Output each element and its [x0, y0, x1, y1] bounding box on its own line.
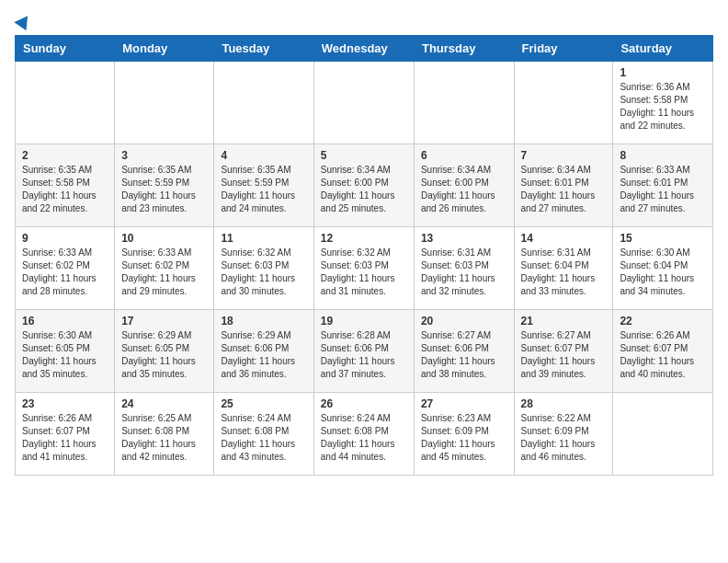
day-info: Sunrise: 6:36 AM Sunset: 5:58 PM Dayligh… [620, 81, 706, 132]
calendar-cell: 25Sunrise: 6:24 AM Sunset: 6:08 PM Dayli… [214, 393, 313, 476]
day-number: 11 [221, 232, 306, 245]
header-monday: Monday [115, 36, 214, 62]
calendar-cell: 4Sunrise: 6:35 AM Sunset: 5:59 PM Daylig… [214, 144, 313, 227]
header-thursday: Thursday [414, 36, 514, 62]
day-number: 3 [121, 149, 207, 162]
logo [15, 15, 31, 28]
calendar-cell: 26Sunrise: 6:24 AM Sunset: 6:08 PM Dayli… [313, 393, 414, 476]
day-info: Sunrise: 6:35 AM Sunset: 5:59 PM Dayligh… [121, 164, 207, 215]
header-saturday: Saturday [613, 36, 713, 62]
day-info: Sunrise: 6:34 AM Sunset: 6:00 PM Dayligh… [421, 164, 507, 215]
calendar-cell: 28Sunrise: 6:22 AM Sunset: 6:09 PM Dayli… [514, 393, 613, 476]
calendar-cell [115, 62, 214, 144]
calendar-cell: 15Sunrise: 6:30 AM Sunset: 6:04 PM Dayli… [613, 227, 713, 310]
day-info: Sunrise: 6:22 AM Sunset: 6:09 PM Dayligh… [521, 412, 607, 464]
calendar-cell: 22Sunrise: 6:26 AM Sunset: 6:07 PM Dayli… [613, 310, 713, 393]
calendar-cell: 11Sunrise: 6:32 AM Sunset: 6:03 PM Dayli… [214, 227, 313, 310]
calendar-cell [414, 62, 514, 144]
calendar-cell: 3Sunrise: 6:35 AM Sunset: 5:59 PM Daylig… [115, 144, 214, 227]
logo-triangle-icon [14, 12, 33, 31]
calendar-cell: 16Sunrise: 6:30 AM Sunset: 6:05 PM Dayli… [16, 310, 115, 393]
calendar-week-row: 23Sunrise: 6:26 AM Sunset: 6:07 PM Dayli… [16, 393, 713, 476]
day-number: 2 [22, 149, 108, 162]
day-info: Sunrise: 6:24 AM Sunset: 6:08 PM Dayligh… [221, 412, 306, 464]
day-number: 28 [521, 397, 607, 410]
day-info: Sunrise: 6:25 AM Sunset: 6:08 PM Dayligh… [121, 412, 207, 464]
day-info: Sunrise: 6:23 AM Sunset: 6:09 PM Dayligh… [421, 412, 507, 464]
day-number: 1 [620, 66, 706, 79]
day-number: 17 [121, 315, 207, 327]
calendar-cell: 19Sunrise: 6:28 AM Sunset: 6:06 PM Dayli… [313, 310, 414, 393]
day-number: 22 [620, 315, 706, 327]
calendar-cell: 20Sunrise: 6:27 AM Sunset: 6:06 PM Dayli… [414, 310, 514, 393]
header-tuesday: Tuesday [214, 36, 313, 62]
day-number: 19 [321, 315, 407, 327]
calendar-cell: 13Sunrise: 6:31 AM Sunset: 6:03 PM Dayli… [414, 227, 514, 310]
day-info: Sunrise: 6:34 AM Sunset: 6:01 PM Dayligh… [521, 164, 607, 215]
calendar-cell: 1Sunrise: 6:36 AM Sunset: 5:58 PM Daylig… [613, 62, 713, 144]
day-number: 25 [221, 397, 306, 410]
calendar-week-row: 9Sunrise: 6:33 AM Sunset: 6:02 PM Daylig… [16, 227, 713, 310]
calendar-cell: 8Sunrise: 6:33 AM Sunset: 6:01 PM Daylig… [613, 144, 713, 227]
day-number: 26 [321, 397, 407, 410]
day-number: 14 [521, 232, 607, 245]
calendar-cell: 10Sunrise: 6:33 AM Sunset: 6:02 PM Dayli… [115, 227, 214, 310]
calendar-week-row: 1Sunrise: 6:36 AM Sunset: 5:58 PM Daylig… [16, 62, 713, 144]
day-number: 15 [620, 232, 706, 245]
calendar-cell: 17Sunrise: 6:29 AM Sunset: 6:05 PM Dayli… [115, 310, 214, 393]
calendar-cell [613, 393, 713, 476]
day-number: 10 [121, 232, 207, 245]
day-info: Sunrise: 6:33 AM Sunset: 6:02 PM Dayligh… [22, 247, 108, 298]
calendar-cell: 7Sunrise: 6:34 AM Sunset: 6:01 PM Daylig… [514, 144, 613, 227]
day-info: Sunrise: 6:33 AM Sunset: 6:02 PM Dayligh… [121, 247, 207, 298]
calendar-cell: 6Sunrise: 6:34 AM Sunset: 6:00 PM Daylig… [414, 144, 514, 227]
calendar-table: Sunday Monday Tuesday Wednesday Thursday… [15, 35, 713, 476]
calendar-cell [16, 62, 115, 144]
day-info: Sunrise: 6:29 AM Sunset: 6:06 PM Dayligh… [221, 329, 306, 381]
day-info: Sunrise: 6:27 AM Sunset: 6:06 PM Dayligh… [421, 329, 507, 381]
day-number: 27 [421, 397, 507, 410]
day-number: 24 [121, 397, 207, 410]
day-number: 9 [22, 232, 108, 245]
day-number: 13 [421, 232, 507, 245]
day-info: Sunrise: 6:29 AM Sunset: 6:05 PM Dayligh… [121, 329, 207, 381]
day-info: Sunrise: 6:32 AM Sunset: 6:03 PM Dayligh… [321, 247, 407, 298]
day-info: Sunrise: 6:35 AM Sunset: 5:58 PM Dayligh… [22, 164, 108, 215]
weekday-header-row: Sunday Monday Tuesday Wednesday Thursday… [16, 36, 713, 62]
calendar-cell [313, 62, 414, 144]
day-number: 8 [620, 149, 706, 162]
day-info: Sunrise: 6:33 AM Sunset: 6:01 PM Dayligh… [620, 164, 706, 215]
calendar-cell: 23Sunrise: 6:26 AM Sunset: 6:07 PM Dayli… [16, 393, 115, 476]
calendar-cell: 2Sunrise: 6:35 AM Sunset: 5:58 PM Daylig… [16, 144, 115, 227]
calendar-cell: 9Sunrise: 6:33 AM Sunset: 6:02 PM Daylig… [16, 227, 115, 310]
day-number: 23 [22, 397, 108, 410]
day-info: Sunrise: 6:31 AM Sunset: 6:03 PM Dayligh… [421, 247, 507, 298]
page-header [15, 15, 713, 28]
day-number: 7 [521, 149, 607, 162]
calendar-cell: 5Sunrise: 6:34 AM Sunset: 6:00 PM Daylig… [313, 144, 414, 227]
day-info: Sunrise: 6:28 AM Sunset: 6:06 PM Dayligh… [321, 329, 407, 381]
calendar-cell: 18Sunrise: 6:29 AM Sunset: 6:06 PM Dayli… [214, 310, 313, 393]
day-number: 6 [421, 149, 507, 162]
calendar-cell: 21Sunrise: 6:27 AM Sunset: 6:07 PM Dayli… [514, 310, 613, 393]
calendar-week-row: 16Sunrise: 6:30 AM Sunset: 6:05 PM Dayli… [16, 310, 713, 393]
day-number: 18 [221, 315, 306, 327]
calendar-cell: 27Sunrise: 6:23 AM Sunset: 6:09 PM Dayli… [414, 393, 514, 476]
day-info: Sunrise: 6:27 AM Sunset: 6:07 PM Dayligh… [521, 329, 607, 381]
calendar-cell: 14Sunrise: 6:31 AM Sunset: 6:04 PM Dayli… [514, 227, 613, 310]
day-number: 4 [221, 149, 306, 162]
header-wednesday: Wednesday [313, 36, 414, 62]
calendar-cell: 24Sunrise: 6:25 AM Sunset: 6:08 PM Dayli… [115, 393, 214, 476]
day-info: Sunrise: 6:34 AM Sunset: 6:00 PM Dayligh… [321, 164, 407, 215]
day-info: Sunrise: 6:26 AM Sunset: 6:07 PM Dayligh… [22, 412, 108, 464]
day-info: Sunrise: 6:32 AM Sunset: 6:03 PM Dayligh… [221, 247, 306, 298]
day-info: Sunrise: 6:31 AM Sunset: 6:04 PM Dayligh… [521, 247, 607, 298]
day-number: 5 [321, 149, 407, 162]
day-info: Sunrise: 6:35 AM Sunset: 5:59 PM Dayligh… [221, 164, 306, 215]
day-info: Sunrise: 6:24 AM Sunset: 6:08 PM Dayligh… [321, 412, 407, 464]
day-number: 21 [521, 315, 607, 327]
calendar-cell [214, 62, 313, 144]
header-sunday: Sunday [16, 36, 115, 62]
calendar-cell [514, 62, 613, 144]
day-info: Sunrise: 6:30 AM Sunset: 6:05 PM Dayligh… [22, 329, 108, 381]
